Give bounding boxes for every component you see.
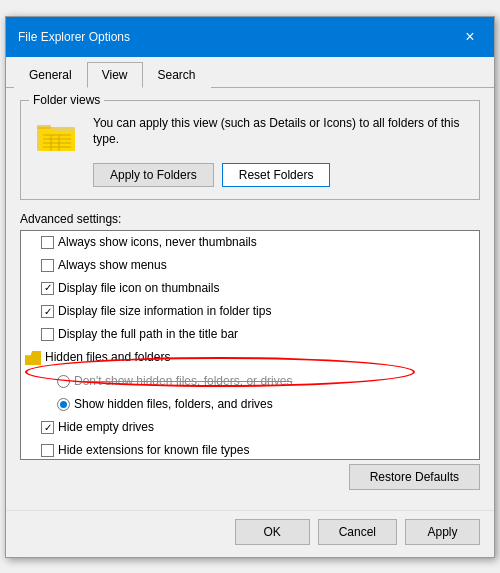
folder-views-legend: Folder views	[29, 93, 104, 107]
bottom-buttons: OK Cancel Apply	[6, 510, 494, 557]
checkbox-display-file-size[interactable]	[41, 305, 54, 318]
item-label: Always show icons, never thumbnails	[58, 233, 257, 252]
list-item[interactable]: Display file icon on thumbnails	[21, 277, 479, 300]
list-item-section-header: Hidden files and folders	[21, 346, 479, 369]
restore-defaults-button[interactable]: Restore Defaults	[349, 464, 480, 490]
list-item[interactable]: Display the full path in the title bar	[21, 323, 479, 346]
folder-icon	[33, 115, 81, 155]
item-label: Always show menus	[58, 256, 167, 275]
folder-svg	[35, 117, 79, 153]
radio-show-hidden[interactable]	[57, 398, 70, 411]
title-bar: File Explorer Options ×	[6, 17, 494, 57]
item-label: Display file icon on thumbnails	[58, 279, 219, 298]
list-item[interactable]: Don't show hidden files, folders, or dri…	[21, 370, 479, 393]
item-label: Hide extensions for known file types	[58, 441, 249, 459]
checkbox-always-show-icons[interactable]	[41, 236, 54, 249]
checkbox-always-show-menus[interactable]	[41, 259, 54, 272]
advanced-settings-label: Advanced settings:	[20, 212, 480, 226]
apply-button[interactable]: Apply	[405, 519, 480, 545]
list-item[interactable]: Hide empty drives	[21, 416, 479, 439]
item-label: Don't show hidden files, folders, or dri…	[74, 372, 292, 391]
item-label: Display file size information in folder …	[58, 302, 271, 321]
cancel-button[interactable]: Cancel	[318, 519, 397, 545]
item-label: Hide empty drives	[58, 418, 154, 437]
list-item[interactable]: Hide extensions for known file types	[21, 439, 479, 459]
dialog-title: File Explorer Options	[18, 30, 130, 44]
radio-inner-dot	[60, 401, 67, 408]
folder-section-icon	[25, 351, 41, 365]
reset-folders-button[interactable]: Reset Folders	[222, 163, 331, 187]
radio-dont-show-hidden[interactable]	[57, 375, 70, 388]
folder-views-description: You can apply this view (such as Details…	[93, 115, 467, 149]
checkbox-display-full-path[interactable]	[41, 328, 54, 341]
file-explorer-options-dialog: File Explorer Options × General View Sea…	[5, 16, 495, 558]
tab-search[interactable]: Search	[143, 62, 211, 88]
checkbox-display-file-icon[interactable]	[41, 282, 54, 295]
ok-button[interactable]: OK	[235, 519, 310, 545]
folder-views-group: Folder views	[20, 100, 480, 200]
folder-views-inner: You can apply this view (such as Details…	[33, 115, 467, 155]
advanced-settings-list[interactable]: Always show icons, never thumbnails Alwa…	[20, 230, 480, 460]
list-item[interactable]: Always show menus	[21, 254, 479, 277]
list-item[interactable]: Display file size information in folder …	[21, 300, 479, 323]
item-label: Show hidden files, folders, and drives	[74, 395, 273, 414]
list-item[interactable]: Always show icons, never thumbnails	[21, 231, 479, 254]
checkbox-hide-extensions[interactable]	[41, 444, 54, 457]
advanced-settings-container: Always show icons, never thumbnails Alwa…	[20, 230, 480, 460]
tab-view[interactable]: View	[87, 62, 143, 88]
svg-rect-2	[39, 131, 75, 151]
folder-views-buttons: Apply to Folders Reset Folders	[93, 163, 467, 187]
tab-general[interactable]: General	[14, 62, 87, 88]
checkbox-hide-empty-drives[interactable]	[41, 421, 54, 434]
apply-to-folders-button[interactable]: Apply to Folders	[93, 163, 214, 187]
svg-rect-3	[39, 129, 53, 133]
close-button[interactable]: ×	[458, 25, 482, 49]
svg-rect-1	[37, 125, 51, 129]
content-area: Folder views	[6, 88, 494, 510]
tab-bar: General View Search	[6, 57, 494, 88]
item-label: Display the full path in the title bar	[58, 325, 238, 344]
list-item[interactable]: Show hidden files, folders, and drives	[21, 393, 479, 416]
section-label: Hidden files and folders	[45, 348, 170, 367]
restore-row: Restore Defaults	[20, 460, 480, 498]
